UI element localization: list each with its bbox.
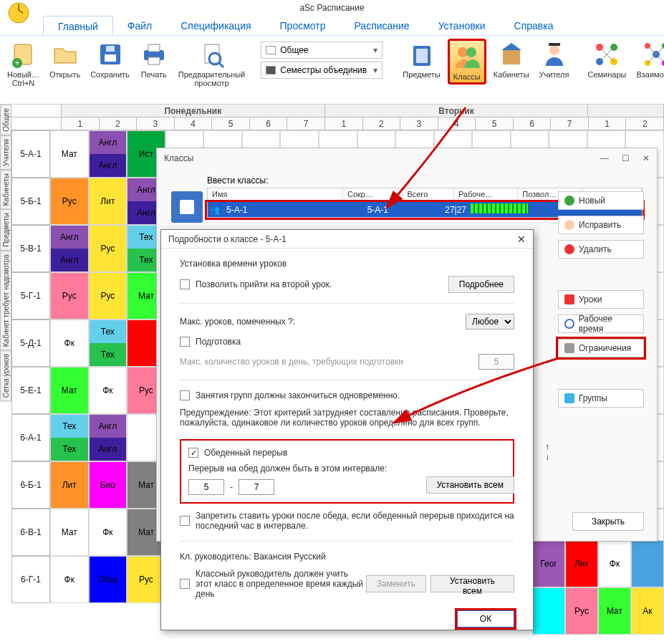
schedule-cell[interactable]: Мат	[50, 367, 89, 414]
side-tab-grid[interactable]: Сетка уроков	[0, 350, 11, 401]
schedule-cell[interactable]: Геог	[532, 540, 565, 587]
chk-homeroom[interactable]	[180, 579, 190, 589]
lbl-homeroom: Кл. руководитель: Вакансия Русский	[180, 552, 514, 562]
ribbon-tab-main[interactable]: Главный	[43, 16, 113, 35]
schedule-cell[interactable]: Мат	[50, 509, 89, 556]
details-titlebar: Подробности о классе - 5-А-1 ✕	[161, 230, 533, 249]
th-total: Всего	[403, 188, 454, 201]
schedule-cell[interactable]: Общ	[89, 556, 127, 603]
ribbon-tab-view[interactable]: Просмотр	[266, 16, 340, 35]
period-cell: 1	[325, 117, 363, 130]
btn-edit[interactable]: Исправить	[558, 216, 644, 234]
popup-classes-sidebar: Новый Исправить Удалить Уроки Рабочее вр…	[558, 191, 644, 408]
side-tab-rooms[interactable]: Кабинеты	[0, 170, 11, 209]
row-label: 6-Г-1	[11, 556, 50, 603]
chk-allow-second[interactable]	[180, 279, 190, 289]
warn-group: Предупреждение: Этот критерий затрудняет…	[180, 408, 514, 428]
btn-apply-all-hr[interactable]: Установить всем	[430, 575, 514, 592]
lbl-homeroom-chk: Классный руководитель должен учить этот …	[196, 569, 366, 599]
ribbon-tab-schedule[interactable]: Расписание	[340, 16, 423, 35]
worktime-meter	[471, 203, 528, 213]
schedule-cell[interactable]: Мат	[598, 587, 631, 635]
ribbon-classes[interactable]: Классы	[448, 39, 486, 85]
maximize-icon[interactable]: ☐	[622, 153, 630, 163]
ribbon-print[interactable]: Печать	[137, 39, 171, 80]
schedule-cell[interactable]: Рус	[127, 556, 165, 603]
schedule-cell[interactable]	[631, 540, 664, 587]
schedule-cell[interactable]: АнглАнгл	[89, 130, 127, 178]
side-tab-super[interactable]: Кабинет требует надсмотра	[0, 251, 11, 350]
ribbon-relations[interactable]: Взаимосвя	[633, 39, 664, 80]
schedule-cell[interactable]: ТехТех	[50, 414, 89, 461]
ribbon-new[interactable]: + Новый… Ctrl+N	[4, 39, 42, 89]
chk-forbid-after[interactable]	[180, 516, 190, 526]
period-cell: 7	[287, 117, 325, 130]
schedule-cell[interactable]: Рус	[50, 178, 89, 225]
period-cell: 1	[62, 117, 100, 130]
btn-replace: Заменить	[366, 575, 426, 592]
schedule-cell[interactable]: ТехТех	[89, 319, 127, 367]
btn-constraints[interactable]: Ограничения	[558, 339, 644, 357]
ribbon-subjects[interactable]: Предметы	[400, 39, 443, 80]
schedule-cell[interactable]: Фк	[50, 319, 89, 367]
btn-groups[interactable]: Группы	[558, 389, 644, 408]
schedule-cell[interactable]: Фк	[89, 509, 127, 556]
svg-rect-9	[148, 57, 160, 64]
side-tab-general[interactable]: Общее	[0, 105, 11, 135]
close-icon[interactable]: ✕	[517, 234, 526, 245]
schedule-cell[interactable]: Рус	[89, 272, 127, 319]
chk-lunch[interactable]	[188, 448, 198, 458]
ribbon-tab-spec[interactable]: Спецификация	[166, 16, 265, 35]
side-tab-teachers[interactable]: Учителя	[0, 135, 11, 170]
chk-group-same[interactable]	[180, 390, 190, 400]
btn-more[interactable]: Подробнее	[448, 276, 514, 293]
schedule-cell[interactable]: Фк	[598, 540, 631, 587]
minimize-icon[interactable]: —	[600, 153, 609, 163]
schedule-cell[interactable]: Рус	[89, 225, 127, 272]
btn-delete[interactable]: Удалить	[558, 240, 644, 259]
sel-max-q[interactable]: Любое	[466, 314, 514, 330]
scroll-arrows[interactable]: ↑↓	[545, 442, 549, 462]
lbl-prep: Подготовка	[196, 337, 241, 347]
ribbon-preview[interactable]: Предварительный просмотр	[175, 39, 248, 89]
schedule-cell[interactable]: Био	[89, 461, 127, 509]
side-tab-subjects[interactable]: Предметы	[0, 209, 11, 251]
ribbon-tab-file[interactable]: Файл	[113, 16, 166, 35]
schedule-cell[interactable]: АнглАнгл	[50, 225, 89, 272]
dropdown-semesters[interactable]: Семестры объединив▾	[261, 62, 382, 79]
preview-icon	[198, 40, 226, 69]
inp-prep[interactable]	[478, 354, 514, 370]
schedule-cell[interactable]: Рус	[50, 272, 89, 319]
schedule-cell[interactable]: Фк	[89, 367, 127, 414]
ribbon-preview-label: Предварительный просмотр	[178, 70, 245, 87]
ribbon-open[interactable]: Открыть	[47, 39, 83, 80]
period-cell: 2	[100, 117, 138, 130]
ribbon-tabs: Главный Файл Спецификация Просмотр Распи…	[0, 16, 664, 36]
schedule-cell[interactable]: Мат	[50, 130, 89, 178]
schedule-cell[interactable]: Рус	[565, 587, 598, 635]
btn-new[interactable]: Новый	[558, 191, 644, 210]
schedule-cell[interactable]: АнглАнгл	[89, 414, 127, 461]
btn-ok[interactable]: ОК	[457, 610, 514, 628]
ribbon-tab-settings[interactable]: Установки	[424, 16, 500, 35]
ribbon-rooms[interactable]: Кабинеты	[491, 39, 532, 80]
schedule-cell[interactable]: Ак	[631, 587, 664, 635]
chk-prep[interactable]	[180, 337, 190, 347]
schedule-cell[interactable]: Фк	[50, 556, 89, 603]
ribbon-tab-help[interactable]: Справка	[500, 16, 568, 35]
btn-apply-all-lunch[interactable]: Установить всем	[426, 476, 514, 494]
ribbon-teachers[interactable]: Учителя	[537, 39, 572, 80]
hint-prep: Макс. количество уроков в день, требующи…	[180, 357, 403, 367]
btn-close[interactable]: Закрыть	[572, 512, 644, 531]
ribbon-save[interactable]: Сохранить	[87, 39, 133, 80]
dropdown-view[interactable]: Общее▾	[261, 42, 382, 59]
schedule-cell[interactable]: Лит	[50, 461, 89, 509]
btn-worktime[interactable]: Рабочее время	[558, 314, 644, 333]
schedule-cell[interactable]: Лит	[565, 540, 598, 587]
schedule-cell[interactable]	[532, 587, 565, 635]
ribbon-print-label: Печать	[141, 70, 167, 79]
close-icon[interactable]: ✕	[643, 153, 650, 163]
ribbon-seminars[interactable]: Семинары	[584, 39, 629, 80]
btn-lessons[interactable]: Уроки	[558, 290, 644, 309]
schedule-cell[interactable]: Лит	[89, 178, 127, 225]
